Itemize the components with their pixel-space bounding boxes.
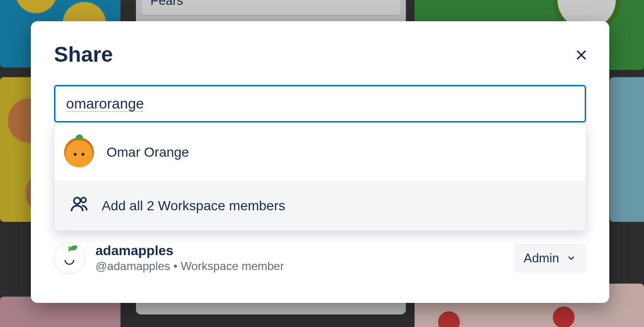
member-workspace-role: Workspace member bbox=[181, 259, 284, 272]
close-icon bbox=[574, 48, 589, 62]
member-row: adamapples @adamapples • Workspace membe… bbox=[54, 243, 586, 273]
suggestion-add-all-label: Add all 2 Workspace members bbox=[102, 198, 285, 214]
modal-title: Share bbox=[54, 42, 586, 67]
member-display-name: adamapples bbox=[95, 243, 284, 259]
close-button[interactable] bbox=[572, 45, 591, 65]
member-handle: @adamapples bbox=[95, 259, 170, 272]
group-icon bbox=[64, 194, 89, 217]
member-meta: @adamapples • Workspace member bbox=[95, 259, 284, 273]
suggestion-add-all[interactable]: Add all 2 Workspace members bbox=[54, 181, 586, 231]
share-modal: Share Omar Orange Add all 2 Workspace me… bbox=[31, 21, 609, 303]
svg-point-3 bbox=[81, 198, 86, 203]
chevron-down-icon bbox=[566, 253, 577, 263]
member-info: adamapples @adamapples • Workspace membe… bbox=[95, 243, 284, 273]
share-suggestion-dropdown: Omar Orange Add all 2 Workspace members bbox=[54, 123, 586, 231]
suggestion-user[interactable]: Omar Orange bbox=[54, 124, 586, 181]
role-label: Admin bbox=[523, 251, 559, 266]
avatar-adamapples bbox=[54, 243, 85, 273]
role-select[interactable]: Admin bbox=[514, 244, 586, 272]
svg-point-2 bbox=[74, 198, 80, 204]
share-search-input[interactable] bbox=[54, 85, 586, 123]
avatar-omar-orange bbox=[64, 137, 94, 167]
suggestion-user-name: Omar Orange bbox=[107, 145, 189, 160]
